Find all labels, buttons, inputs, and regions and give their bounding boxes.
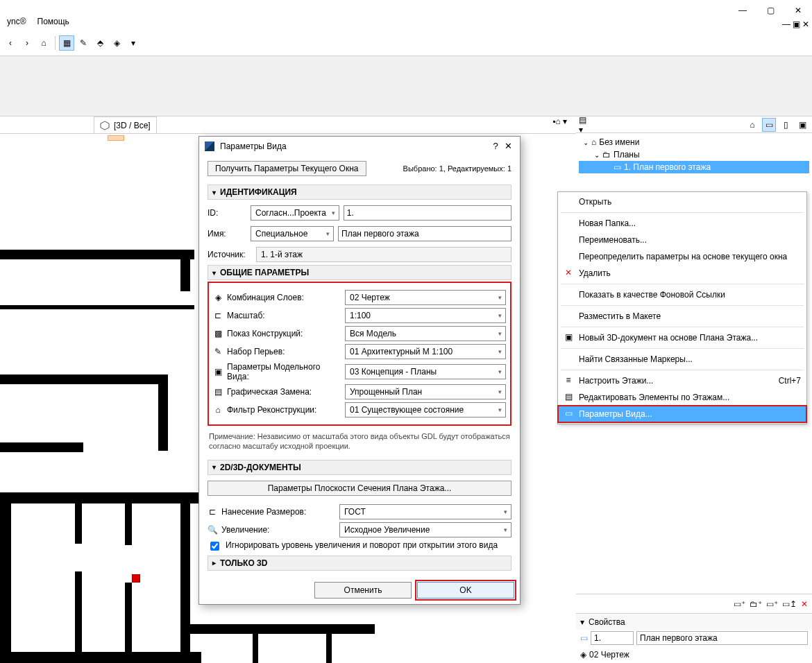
name-mode-select[interactable]: Специальное [251, 226, 334, 241]
forward-icon[interactable]: › [19, 35, 35, 51]
tree-toggle[interactable]: ⌄ [583, 139, 589, 146]
zoom-icon: 🔍 [208, 525, 217, 535]
section-3d-only[interactable]: ▸ТОЛЬКО 3D [208, 556, 511, 571]
delete-icon[interactable]: ✕ [801, 599, 808, 609]
tab-handle[interactable] [108, 135, 124, 141]
back-icon[interactable]: ‹ [3, 35, 18, 51]
view-map-icon[interactable]: ▭ [762, 118, 776, 132]
ctx-show-bg[interactable]: Показать в качестве Фоновой Ссылки [558, 286, 806, 303]
maximize-button[interactable]: ▢ [756, 0, 784, 21]
editfloor-icon: ▤ [562, 392, 575, 402]
layout-book-icon[interactable]: ▯ [779, 118, 793, 132]
marquee-icon[interactable]: ▦ [59, 35, 74, 51]
new3d-icon: ▣ [562, 332, 575, 342]
ctx-rename[interactable]: Переименовать... [558, 232, 806, 248]
view-item-selected[interactable]: ▭1. План первого этажа [579, 161, 809, 173]
view-up-icon[interactable]: ▭↥ [782, 599, 797, 609]
ctx-delete[interactable]: ✕Удалить [558, 265, 806, 282]
section-general[interactable]: ▾ОБЩИЕ ПАРАМЕТРЫ [208, 265, 511, 280]
ctx-edit-by-story[interactable]: ▤Редактировать Элементы по Этажам... [558, 389, 806, 406]
project-root-icon: ⌂ [591, 137, 596, 147]
view-settings-dialog: Параметры Вида ? ✕ Получить Параметры Те… [198, 136, 521, 605]
scale-icon: ⊏ [213, 311, 223, 320]
dialog-help-button[interactable]: ? [489, 141, 502, 151]
clone-icon[interactable]: ▭⁺ [766, 599, 778, 609]
layer-combo-select[interactable]: 02 Чертеж [345, 290, 506, 305]
section-identification[interactable]: ▾ИДЕНТИФИКАЦИЯ [208, 184, 511, 200]
id-value-field[interactable] [344, 205, 511, 221]
model-view-select[interactable]: 03 Концепция - Планы [345, 364, 506, 379]
svg-marker-0 [101, 121, 109, 130]
dropdown-icon[interactable]: ▾ [126, 35, 141, 51]
ctx-override[interactable]: Переопределить параметры на основе текущ… [558, 248, 806, 265]
name-value-field[interactable] [338, 226, 511, 241]
override-icon: ▤ [213, 387, 223, 397]
pen-icon: ✎ [213, 347, 223, 356]
ctx-find-markers[interactable]: Найти Связанные Маркеры... [558, 351, 806, 368]
general-params-group: ◈Комбинация Слоев:02 Чертеж ⊏Масштаб:1:1… [208, 282, 511, 426]
ctx-story-settings[interactable]: ≡Настроить Этажи...Ctrl+7 [558, 372, 806, 389]
dim-icon: ⊏ [208, 507, 217, 517]
toolbar: ‹ › ⌂ ▦ ✎ ⬘ ◈ ▾ [0, 33, 141, 53]
save-view-icon[interactable]: ▭⁺ [734, 599, 745, 609]
scale-select[interactable]: 1:100 [345, 308, 506, 323]
reno-icon: ⌂ [213, 405, 223, 415]
app-logo-icon [205, 141, 214, 151]
viewmap-dropdown-icon[interactable]: ▪⌂ ▾ [552, 117, 567, 126]
folder-icon: 🗀 [602, 150, 611, 160]
penset-select[interactable]: 01 Архитектурный М 1:100 [345, 344, 506, 359]
ignore-zoom-checkbox[interactable] [210, 542, 219, 551]
measure-icon[interactable]: ✎ [76, 35, 91, 51]
publisher-icon[interactable]: ▣ [795, 118, 809, 132]
source-label: Источник: [208, 250, 252, 259]
new-folder-icon[interactable]: 🗀⁺ [750, 599, 762, 609]
zoom-select[interactable]: Исходное Увеличение [339, 522, 511, 537]
view3d-icon[interactable]: ⬘ [92, 35, 108, 51]
properties-header[interactable]: ▾ Свойства [576, 613, 812, 630]
menu-help[interactable]: Помощь [33, 15, 74, 32]
view-number-field[interactable] [591, 631, 634, 645]
delete-x-icon: ✕ [562, 268, 575, 277]
view-name-field[interactable] [636, 631, 808, 645]
view-icon: ▭ [614, 162, 621, 172]
navigator-tree[interactable]: ⌄⌂Без имени ⌄🗀Планы ▭1. План первого эта… [576, 133, 812, 176]
ctx-open[interactable]: Открыть [558, 193, 806, 210]
graphic-override-select[interactable]: Упрощенный План [345, 384, 506, 399]
ctx-new-3d-doc[interactable]: ▣Новый 3D-документ на основе Плана Этажа… [558, 329, 806, 346]
project-map-icon[interactable]: ⌂ [745, 118, 759, 132]
id-label: ID: [208, 208, 246, 218]
nav-dropdown-button[interactable]: ▤ ▾ [579, 118, 593, 132]
home-icon[interactable]: ⌂ [36, 35, 51, 51]
menu-bar: ync® Помощь [0, 15, 74, 32]
cutplane-settings-button[interactable]: Параметры Плоскости Сечения Плана Этажа.… [208, 481, 511, 496]
source-value: 1. 1-й этаж [256, 247, 511, 262]
struct-icon: ▩ [213, 329, 223, 338]
layers-badge-icon: ◈ [580, 650, 586, 660]
close-button[interactable]: ✕ [784, 0, 812, 21]
id-mode-select[interactable]: Согласн...Проекта [251, 205, 339, 221]
child-minimize-button[interactable]: — [782, 19, 790, 29]
viewsettings-icon: ▭ [562, 408, 575, 418]
get-current-window-button[interactable]: Получить Параметры Текущего Окна [208, 161, 366, 176]
ctx-view-settings[interactable]: ▭Параметры Вида... [558, 406, 806, 422]
child-close-button[interactable]: ✕ [802, 19, 809, 29]
ctx-place-layout[interactable]: Разместить в Макете [558, 308, 806, 325]
mview-icon: ▣ [213, 367, 223, 377]
minimize-button[interactable]: — [729, 0, 756, 21]
view-badge-icon: ▭ [580, 633, 588, 643]
ctx-new-folder[interactable]: Новая Папка... [558, 215, 806, 232]
cancel-button[interactable]: Отменить [314, 582, 412, 599]
tab-3d[interactable]: [3D / Все] [94, 117, 157, 133]
ok-button[interactable]: OK [417, 582, 514, 599]
menu-sync[interactable]: ync® [3, 15, 31, 32]
dimensions-select[interactable]: ГОСТ [339, 504, 511, 519]
renovation-filter-select[interactable]: 01 Существующее состояние [345, 402, 506, 417]
structure-select[interactable]: Вся Модель [345, 326, 506, 341]
dialog-close-button[interactable]: ✕ [502, 141, 514, 151]
layers-icon[interactable]: ◈ [109, 35, 124, 51]
layers-icon: ◈ [213, 293, 223, 302]
child-restore-button[interactable]: ▣ [793, 19, 800, 29]
tree-toggle-plans[interactable]: ⌄ [594, 151, 600, 159]
selection-marker[interactable] [132, 574, 140, 583]
section-2d3d[interactable]: ▾2D/3D-ДОКУМЕНТЫ [208, 460, 511, 475]
